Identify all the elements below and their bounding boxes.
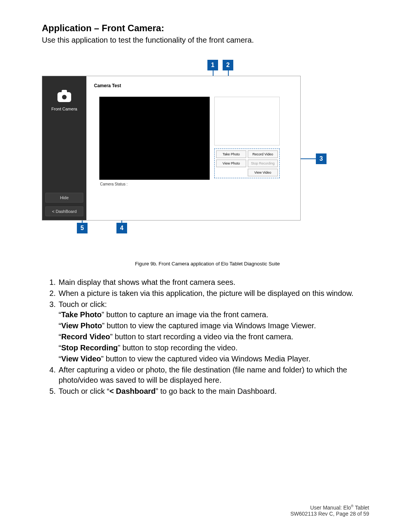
hide-button[interactable]: Hide — [45, 193, 83, 203]
capture-thumbnail — [214, 97, 280, 145]
record-video-button[interactable]: Record Video — [248, 150, 278, 158]
take-photo-button[interactable]: Take Photo — [216, 150, 246, 158]
callout-3: 3 — [316, 153, 327, 164]
callout-5: 5 — [77, 223, 88, 233]
view-video-button[interactable]: View Video — [248, 169, 278, 176]
section-heading: Application – Front Camera: — [42, 23, 373, 34]
callout-1: 1 — [207, 60, 218, 70]
camera-icon — [57, 92, 71, 102]
callout-4: 4 — [116, 223, 127, 233]
front-camera-label: Front Camera — [42, 107, 86, 111]
camera-preview — [99, 97, 210, 180]
list-item: Main display that shows what the front c… — [58, 277, 373, 288]
figure-wrap: 1 2 3 5 4 Front Camera Hide < DashBoard — [42, 60, 377, 258]
app-main: Camera Test Take Photo Record Video View… — [86, 76, 300, 220]
stop-recording-button[interactable]: Stop Recording — [248, 160, 278, 167]
intro-text: Use this application to test the functio… — [42, 36, 373, 45]
page-footer: User Manual: Elo® Tablet SW602113 Rev C,… — [290, 504, 369, 517]
callout-2: 2 — [223, 60, 233, 70]
list-item: Touch or click “< Dashboard” to go back … — [58, 386, 373, 396]
instruction-list: Main display that shows what the front c… — [42, 277, 373, 396]
figure-caption: Figure 9b. Front Camera application of E… — [42, 261, 373, 267]
camera-button-panel: Take Photo Record Video View Photo Stop … — [214, 149, 280, 178]
dashboard-button[interactable]: < DashBoard — [45, 206, 83, 216]
camera-test-title: Camera Test — [94, 83, 121, 88]
view-photo-button[interactable]: View Photo — [216, 160, 246, 167]
list-item: When a picture is taken via this applica… — [58, 288, 373, 299]
app-sidebar: Front Camera Hide < DashBoard — [42, 76, 86, 220]
camera-status-label: Camera Status : — [100, 182, 127, 186]
app-window: Front Camera Hide < DashBoard Camera Tes… — [42, 76, 301, 220]
list-item: Touch or click: “Take Photo” button to c… — [58, 299, 373, 364]
list-item: After capturing a video or photo, the fi… — [58, 365, 373, 385]
